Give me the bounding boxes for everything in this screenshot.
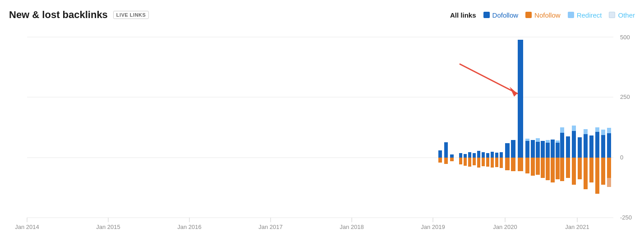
bar-redirect (546, 140, 550, 143)
bar-nofollow (572, 158, 576, 185)
bar-nofollow (511, 158, 515, 171)
legend-item-nofollow: Nofollow (525, 11, 561, 19)
svg-line-12 (460, 64, 517, 93)
red-arrow (460, 64, 517, 97)
bar-dofollow (607, 133, 611, 158)
bar-redirect (601, 130, 605, 135)
bar-dofollow (531, 140, 535, 158)
bar-dofollow (566, 136, 570, 158)
bar-dofollow (601, 135, 605, 158)
nofollow-color-swatch (525, 12, 532, 18)
chart-svg: 500 250 0 -250 Jan 2014 Jan 2015 Jan 201… (9, 28, 635, 236)
bar-nofollow (459, 158, 462, 164)
title-group: New & lost backlinks LIVE LINKS (9, 9, 149, 21)
x-label-2019: Jan 2019 (421, 224, 445, 230)
svg-marker-13 (510, 87, 517, 97)
bar-nofollow (578, 158, 582, 179)
bar-dofollow (589, 135, 593, 158)
bar-dofollow (578, 137, 582, 158)
legend-all-links: All links (450, 11, 476, 19)
bar-nofollow (450, 158, 454, 161)
other-color-swatch (609, 12, 615, 18)
bar-nofollow-light (607, 178, 611, 187)
bar-dofollow (560, 133, 564, 158)
bar-nofollow (595, 158, 599, 194)
bar-nofollow (525, 158, 529, 173)
x-label-2020: Jan 2020 (493, 224, 517, 230)
spike-bar-dofollow (518, 40, 523, 158)
y-label-0: 0 (620, 154, 623, 161)
bar-redirect (584, 129, 588, 134)
legend: All links Dofollow Nofollow Redirect Oth… (450, 11, 635, 19)
y-label-500: 500 (620, 34, 630, 41)
bar-dofollow (486, 153, 489, 158)
bar-dofollow (505, 143, 510, 158)
bar-dofollow (525, 139, 529, 158)
bar-redirect (572, 126, 576, 131)
bar-dofollow (438, 150, 442, 158)
dofollow-label: Dofollow (492, 11, 519, 19)
bar-nofollow (536, 158, 540, 175)
bar-nofollow (556, 158, 560, 179)
other-label: Other (618, 11, 635, 19)
bar-dofollow (444, 142, 448, 158)
x-label-2017: Jan 2017 (258, 224, 283, 230)
bar-nofollow (566, 158, 570, 178)
bar-nofollow (473, 158, 476, 165)
bar-dofollow (468, 152, 471, 158)
bar-dofollow (584, 134, 588, 158)
legend-item-redirect: Redirect (568, 11, 602, 19)
bar-nofollow (601, 158, 605, 185)
bar-nofollow (589, 158, 593, 182)
dofollow-color-swatch (483, 12, 490, 18)
bar-nofollow (477, 158, 480, 168)
bar-nofollow (468, 158, 471, 167)
bar-dofollow (473, 153, 476, 158)
bar-nofollow (531, 158, 535, 176)
chart-area: 500 250 0 -250 Jan 2014 Jan 2015 Jan 201… (9, 28, 635, 236)
bar-nofollow (464, 158, 467, 166)
legend-item-other: Other (609, 11, 635, 19)
bar-nofollow (607, 158, 611, 178)
live-badge: LIVE LINKS (113, 11, 149, 19)
x-label-2015: Jan 2015 (96, 224, 120, 230)
bar-dofollow (477, 151, 480, 158)
bar-nofollow (500, 158, 503, 168)
legend-item-dofollow: Dofollow (483, 11, 519, 19)
bar-dofollow (491, 152, 494, 158)
bar-dofollow (500, 152, 503, 158)
bar-nofollow (541, 158, 545, 178)
chart-container: New & lost backlinks LIVE LINKS All link… (0, 0, 644, 252)
redirect-label: Redirect (577, 11, 602, 19)
bar-nofollow (551, 158, 555, 182)
x-label-2016: Jan 2016 (177, 224, 202, 230)
bar-nofollow (491, 158, 494, 168)
bar-nofollow (444, 158, 448, 164)
chart-header: New & lost backlinks LIVE LINKS All link… (9, 9, 635, 21)
bar-redirect (536, 138, 540, 142)
redirect-color-swatch (568, 12, 574, 18)
bar-dofollow (450, 154, 454, 158)
bar-nofollow (584, 158, 588, 189)
bar-dofollow (459, 153, 462, 158)
bar-nofollow (438, 158, 442, 163)
bar-nofollow (482, 158, 485, 166)
bar-dofollow (511, 140, 515, 158)
x-label-2021: Jan 2021 (565, 224, 589, 230)
bar-redirect (525, 139, 529, 141)
x-label-2018: Jan 2018 (340, 224, 364, 230)
bar-dofollow (464, 154, 467, 158)
bar-redirect (595, 127, 599, 132)
bar-dofollow (556, 140, 560, 158)
bar-nofollow (495, 158, 498, 167)
bar-redirect (556, 140, 560, 143)
bar-dofollow (482, 152, 485, 158)
bar-dofollow (495, 153, 498, 158)
nofollow-label: Nofollow (534, 11, 561, 19)
spike-bar-nofollow (518, 158, 523, 171)
bar-redirect (607, 128, 611, 133)
bar-dofollow (572, 131, 576, 158)
chart-title: New & lost backlinks (9, 9, 108, 21)
bar-nofollow (546, 158, 550, 180)
y-label-neg250: -250 (620, 214, 632, 221)
